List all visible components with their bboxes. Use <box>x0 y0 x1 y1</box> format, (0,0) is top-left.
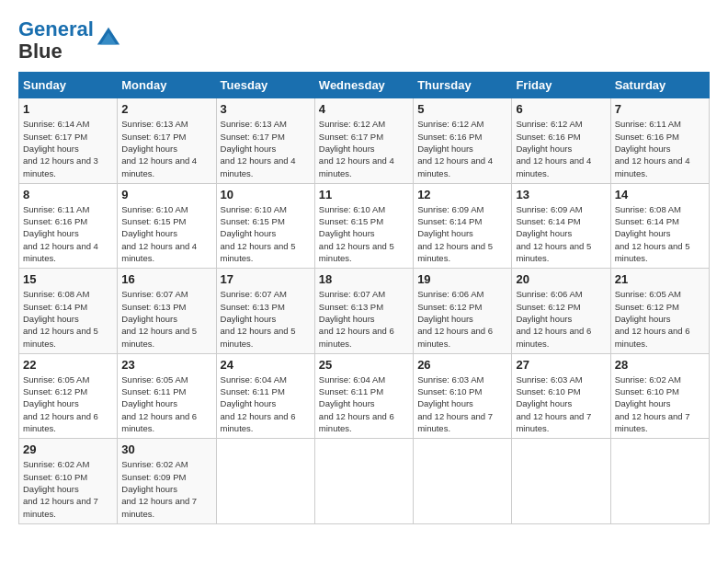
calendar-cell: 17 Sunrise: 6:07 AM Sunset: 6:13 PM Dayl… <box>216 269 314 353</box>
calendar-cell: 27 Sunrise: 6:03 AM Sunset: 6:10 PM Dayl… <box>512 353 610 438</box>
day-info: Sunrise: 6:06 AM Sunset: 6:12 PM Dayligh… <box>417 288 507 349</box>
day-number: 4 <box>319 102 409 116</box>
day-number: 10 <box>221 188 311 201</box>
day-number: 16 <box>121 272 211 286</box>
day-info: Sunrise: 6:09 AM Sunset: 6:14 PM Dayligh… <box>417 203 507 264</box>
day-number: 18 <box>319 272 409 286</box>
day-number: 11 <box>319 188 409 201</box>
day-info: Sunrise: 6:11 AM Sunset: 6:16 PM Dayligh… <box>23 203 113 264</box>
day-info: Sunrise: 6:11 AM Sunset: 6:16 PM Dayligh… <box>615 118 705 178</box>
page-header: GeneralBlue <box>18 18 710 63</box>
calendar-cell: 14 Sunrise: 6:08 AM Sunset: 6:14 PM Dayl… <box>610 183 709 268</box>
calendar-cell: 7 Sunrise: 6:11 AM Sunset: 6:16 PM Dayli… <box>610 98 709 183</box>
calendar-cell: 23 Sunrise: 6:05 AM Sunset: 6:11 PM Dayl… <box>118 353 216 438</box>
day-info: Sunrise: 6:02 AM Sunset: 6:10 PM Dayligh… <box>615 373 705 434</box>
weekday-header-monday: Monday <box>118 73 216 98</box>
weekday-header-friday: Friday <box>512 73 610 98</box>
day-number: 23 <box>121 358 211 372</box>
weekday-header-saturday: Saturday <box>610 73 709 98</box>
day-info: Sunrise: 6:13 AM Sunset: 6:17 PM Dayligh… <box>221 118 311 178</box>
day-info: Sunrise: 6:04 AM Sunset: 6:11 PM Dayligh… <box>221 373 311 434</box>
day-info: Sunrise: 6:12 AM Sunset: 6:16 PM Dayligh… <box>417 118 507 178</box>
day-info: Sunrise: 6:03 AM Sunset: 6:10 PM Dayligh… <box>516 373 606 434</box>
day-number: 22 <box>23 358 113 372</box>
day-number: 19 <box>417 272 507 286</box>
calendar-cell: 4 Sunrise: 6:12 AM Sunset: 6:17 PM Dayli… <box>314 98 413 183</box>
logo-text: GeneralBlue <box>18 18 94 63</box>
calendar-week-3: 15 Sunrise: 6:08 AM Sunset: 6:14 PM Dayl… <box>19 269 710 353</box>
day-info: Sunrise: 6:10 AM Sunset: 6:15 PM Dayligh… <box>121 203 211 264</box>
logo: GeneralBlue <box>18 18 121 63</box>
day-number: 17 <box>221 272 311 286</box>
day-info: Sunrise: 6:08 AM Sunset: 6:14 PM Dayligh… <box>23 288 113 349</box>
day-number: 14 <box>615 188 705 201</box>
calendar-cell: 8 Sunrise: 6:11 AM Sunset: 6:16 PM Dayli… <box>19 183 118 268</box>
calendar-cell: 12 Sunrise: 6:09 AM Sunset: 6:14 PM Dayl… <box>414 183 512 268</box>
day-info: Sunrise: 6:02 AM Sunset: 6:09 PM Dayligh… <box>121 458 211 519</box>
day-info: Sunrise: 6:07 AM Sunset: 6:13 PM Dayligh… <box>319 288 409 349</box>
day-number: 12 <box>417 188 507 201</box>
weekday-header-thursday: Thursday <box>414 73 512 98</box>
calendar-cell: 30 Sunrise: 6:02 AM Sunset: 6:09 PM Dayl… <box>118 439 216 523</box>
calendar-cell: 10 Sunrise: 6:10 AM Sunset: 6:15 PM Dayl… <box>216 183 314 268</box>
day-info: Sunrise: 6:07 AM Sunset: 6:13 PM Dayligh… <box>121 288 211 349</box>
calendar-cell: 29 Sunrise: 6:02 AM Sunset: 6:10 PM Dayl… <box>19 439 118 523</box>
calendar-cell: 19 Sunrise: 6:06 AM Sunset: 6:12 PM Dayl… <box>414 269 512 353</box>
day-number: 26 <box>417 358 507 372</box>
day-number: 9 <box>121 188 211 201</box>
calendar-week-5: 29 Sunrise: 6:02 AM Sunset: 6:10 PM Dayl… <box>19 439 710 523</box>
calendar-cell: 24 Sunrise: 6:04 AM Sunset: 6:11 PM Dayl… <box>216 353 314 438</box>
calendar-week-4: 22 Sunrise: 6:05 AM Sunset: 6:12 PM Dayl… <box>19 353 710 438</box>
calendar-cell: 15 Sunrise: 6:08 AM Sunset: 6:14 PM Dayl… <box>19 269 118 353</box>
calendar-cell: 16 Sunrise: 6:07 AM Sunset: 6:13 PM Dayl… <box>118 269 216 353</box>
calendar-cell <box>216 439 314 523</box>
calendar-cell: 20 Sunrise: 6:06 AM Sunset: 6:12 PM Dayl… <box>512 269 610 353</box>
weekday-header-tuesday: Tuesday <box>216 73 314 98</box>
day-number: 15 <box>23 272 113 286</box>
day-number: 28 <box>615 358 705 372</box>
calendar-cell: 5 Sunrise: 6:12 AM Sunset: 6:16 PM Dayli… <box>414 98 512 183</box>
calendar-cell: 25 Sunrise: 6:04 AM Sunset: 6:11 PM Dayl… <box>314 353 413 438</box>
day-info: Sunrise: 6:12 AM Sunset: 6:17 PM Dayligh… <box>319 118 409 178</box>
calendar-cell: 11 Sunrise: 6:10 AM Sunset: 6:15 PM Dayl… <box>314 183 413 268</box>
day-info: Sunrise: 6:10 AM Sunset: 6:15 PM Dayligh… <box>319 203 409 264</box>
calendar-cell: 21 Sunrise: 6:05 AM Sunset: 6:12 PM Dayl… <box>610 269 709 353</box>
day-number: 2 <box>121 102 211 116</box>
calendar-cell <box>414 439 512 523</box>
calendar-week-2: 8 Sunrise: 6:11 AM Sunset: 6:16 PM Dayli… <box>19 183 710 268</box>
weekday-header-sunday: Sunday <box>19 73 118 98</box>
day-number: 8 <box>23 188 113 201</box>
day-info: Sunrise: 6:10 AM Sunset: 6:15 PM Dayligh… <box>221 203 311 264</box>
day-number: 20 <box>516 272 606 286</box>
day-number: 13 <box>516 188 606 201</box>
calendar-cell: 2 Sunrise: 6:13 AM Sunset: 6:17 PM Dayli… <box>118 98 216 183</box>
day-number: 30 <box>121 442 211 456</box>
day-number: 1 <box>23 102 113 116</box>
calendar-cell <box>314 439 413 523</box>
calendar-cell: 1 Sunrise: 6:14 AM Sunset: 6:17 PM Dayli… <box>19 98 118 183</box>
calendar-cell: 26 Sunrise: 6:03 AM Sunset: 6:10 PM Dayl… <box>414 353 512 438</box>
calendar-week-1: 1 Sunrise: 6:14 AM Sunset: 6:17 PM Dayli… <box>19 98 710 183</box>
day-info: Sunrise: 6:08 AM Sunset: 6:14 PM Dayligh… <box>615 203 705 264</box>
logo-icon <box>96 26 121 52</box>
calendar-cell: 13 Sunrise: 6:09 AM Sunset: 6:14 PM Dayl… <box>512 183 610 268</box>
day-number: 25 <box>319 358 409 372</box>
calendar-cell: 28 Sunrise: 6:02 AM Sunset: 6:10 PM Dayl… <box>610 353 709 438</box>
calendar-body: 1 Sunrise: 6:14 AM Sunset: 6:17 PM Dayli… <box>19 98 710 523</box>
calendar-table: SundayMondayTuesdayWednesdayThursdayFrid… <box>18 72 710 523</box>
calendar-cell <box>610 439 709 523</box>
day-info: Sunrise: 6:06 AM Sunset: 6:12 PM Dayligh… <box>516 288 606 349</box>
calendar-header: SundayMondayTuesdayWednesdayThursdayFrid… <box>19 73 710 98</box>
day-number: 5 <box>417 102 507 116</box>
day-info: Sunrise: 6:03 AM Sunset: 6:10 PM Dayligh… <box>417 373 507 434</box>
day-info: Sunrise: 6:05 AM Sunset: 6:12 PM Dayligh… <box>615 288 705 349</box>
day-info: Sunrise: 6:09 AM Sunset: 6:14 PM Dayligh… <box>516 203 606 264</box>
day-info: Sunrise: 6:13 AM Sunset: 6:17 PM Dayligh… <box>121 118 211 178</box>
day-number: 29 <box>23 442 113 456</box>
day-info: Sunrise: 6:05 AM Sunset: 6:11 PM Dayligh… <box>121 373 211 434</box>
day-number: 7 <box>615 102 705 116</box>
day-number: 6 <box>516 102 606 116</box>
calendar-cell: 9 Sunrise: 6:10 AM Sunset: 6:15 PM Dayli… <box>118 183 216 268</box>
day-number: 27 <box>516 358 606 372</box>
calendar-cell: 6 Sunrise: 6:12 AM Sunset: 6:16 PM Dayli… <box>512 98 610 183</box>
